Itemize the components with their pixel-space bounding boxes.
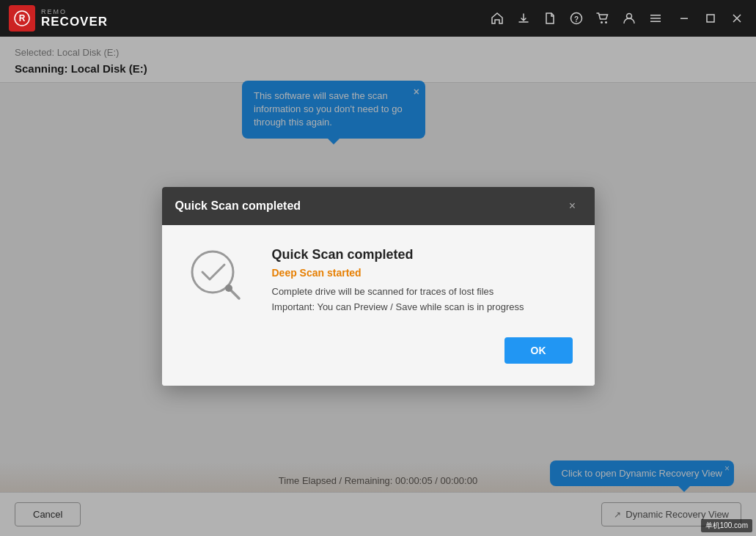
window-controls (674, 8, 747, 29)
modal-overlay: Quick Scan completed × Quick S (0, 37, 756, 536)
file-icon[interactable] (543, 12, 557, 25)
app-content: Selected: Local Disk (E:) Scanning: Loca… (0, 37, 756, 536)
svg-rect-9 (650, 21, 661, 23)
dialog-body: Quick Scan completed Deep Scan started C… (162, 225, 595, 337)
svg-rect-11 (707, 15, 714, 22)
scan-icon-area (184, 247, 250, 306)
dialog-header: Quick Scan completed × (162, 187, 595, 225)
help-icon[interactable]: ? (570, 12, 583, 25)
user-icon[interactable] (623, 12, 636, 25)
dialog-title: Quick Scan completed (175, 199, 301, 213)
app-recover-text: RECOVER (41, 15, 108, 29)
home-icon[interactable] (491, 12, 504, 25)
watermark: 单机100.com (701, 519, 752, 532)
cart-icon[interactable] (596, 12, 609, 25)
dialog-info-text-line2: Important: You can Preview / Save while … (272, 300, 573, 315)
menu-icon[interactable] (649, 12, 662, 25)
dialog-info-subtitle: Deep Scan started (272, 267, 573, 279)
dialog-info-title: Quick Scan completed (272, 247, 573, 263)
ok-button[interactable]: OK (504, 337, 573, 364)
svg-point-14 (225, 284, 232, 292)
svg-text:?: ? (574, 15, 579, 23)
scan-complete-icon (188, 247, 246, 306)
dialog-info: Quick Scan completed Deep Scan started C… (272, 247, 573, 315)
dialog-close-button[interactable]: × (564, 197, 581, 215)
close-button[interactable] (727, 8, 747, 29)
svg-text:R: R (19, 13, 26, 23)
main-area: Selected: Local Disk (E:) Scanning: Loca… (0, 37, 756, 536)
svg-point-4 (601, 21, 603, 23)
app-logo: R (9, 5, 35, 32)
maximize-button[interactable] (700, 8, 721, 29)
svg-point-5 (605, 21, 607, 23)
app-name: remo RECOVER (41, 8, 108, 29)
dialog-info-text-line1: Complete drive will be scanned for trace… (272, 284, 573, 300)
app-logo-area: R remo RECOVER (9, 5, 108, 32)
svg-rect-8 (650, 18, 661, 19)
svg-rect-10 (680, 18, 688, 20)
titlebar: R remo RECOVER (0, 0, 756, 37)
scan-complete-dialog: Quick Scan completed × Quick S (162, 187, 595, 386)
dialog-info-text: Complete drive will be scanned for trace… (272, 284, 573, 315)
svg-rect-7 (650, 15, 661, 16)
download-icon[interactable] (517, 12, 530, 25)
toolbar-icons: ? (491, 12, 662, 25)
dialog-footer: OK (162, 337, 595, 386)
minimize-button[interactable] (674, 8, 694, 29)
